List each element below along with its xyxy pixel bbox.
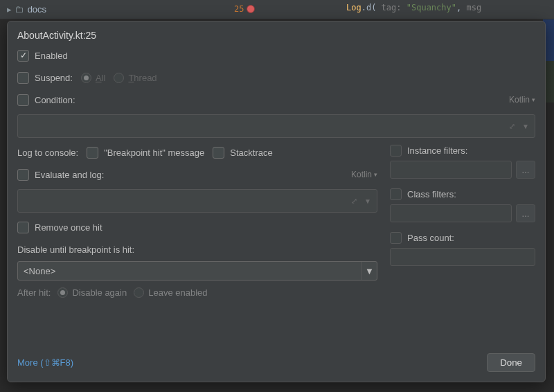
expand-icon[interactable]: ⤢ <box>351 197 357 206</box>
class-filters-checkbox[interactable] <box>390 188 402 200</box>
condition-checkbox[interactable] <box>17 94 29 106</box>
chevron-down-icon: ▼ <box>361 262 377 280</box>
class-filters-label: Class filters: <box>407 189 456 199</box>
breakpoint-icon[interactable] <box>247 5 255 13</box>
pass-count-label: Pass count: <box>407 233 454 243</box>
breakpoint-properties-popup: AboutActivity.kt:25 Enabled Suspend: All… <box>7 21 546 382</box>
folder-icon: ▸ 🗀 <box>7 4 24 15</box>
popup-title: AboutActivity.kt:25 <box>17 30 535 41</box>
folder-label[interactable]: docs <box>28 4 46 15</box>
line-number: 25 <box>234 4 244 14</box>
bphit-message-checkbox[interactable] <box>87 147 98 159</box>
code-line: Log.d( tag: "Squanchy", msg <box>346 3 481 12</box>
instance-filters-label: Instance filters: <box>407 145 467 156</box>
enabled-checkbox[interactable] <box>17 50 29 62</box>
stacktrace-checkbox[interactable] <box>213 147 224 159</box>
leave-enabled-radio[interactable] <box>134 287 144 298</box>
enabled-label: Enabled <box>35 51 68 61</box>
condition-label: Condition: <box>35 95 75 105</box>
pass-count-checkbox[interactable] <box>390 232 402 244</box>
condition-language-selector[interactable]: Kotlin <box>509 95 535 105</box>
editor-gutter: 25 <box>234 0 255 18</box>
evaluate-and-log-checkbox[interactable] <box>17 169 29 181</box>
after-hit-label: After hit: <box>17 287 51 298</box>
disable-until-value: <None> <box>24 266 55 276</box>
class-filters-input[interactable] <box>390 204 512 222</box>
evaluate-language-selector[interactable]: Kotlin <box>351 170 377 179</box>
pass-count-input[interactable] <box>390 248 535 266</box>
instance-filters-input[interactable] <box>390 161 512 179</box>
instance-filters-checkbox[interactable] <box>390 145 402 157</box>
log-to-console-label: Log to console: <box>17 148 78 158</box>
condition-input[interactable]: ⤢ ▼ <box>17 114 535 138</box>
stacktrace-label: Stacktrace <box>230 148 272 158</box>
disable-again-radio[interactable] <box>57 287 68 298</box>
after-hit-group: After hit: Disable again Leave enabled <box>17 287 377 298</box>
suspend-thread-radio[interactable] <box>114 73 124 83</box>
suspend-all-radio[interactable] <box>81 73 91 83</box>
suspend-checkbox[interactable] <box>17 72 29 84</box>
disable-until-label: Disable until breakpoint is hit: <box>17 244 134 255</box>
bphit-message-label: "Breakpoint hit" message <box>104 148 204 158</box>
done-button[interactable]: Done <box>487 353 535 372</box>
disable-until-combobox[interactable]: <None> ▼ <box>17 261 377 280</box>
chevron-down-icon[interactable]: ▼ <box>364 197 371 205</box>
evaluate-input[interactable]: ⤢ ▼ <box>17 189 377 213</box>
remove-once-hit-checkbox[interactable] <box>17 222 29 233</box>
evaluate-and-log-label: Evaluate and log: <box>35 170 104 180</box>
suspend-label: Suspend: <box>35 73 73 83</box>
chevron-down-icon[interactable]: ▼ <box>522 123 529 130</box>
expand-icon[interactable]: ⤢ <box>509 122 515 131</box>
class-filters-browse-button[interactable]: ... <box>516 204 535 222</box>
instance-filters-browse-button[interactable]: ... <box>516 161 535 179</box>
remove-once-hit-label: Remove once hit <box>35 222 102 233</box>
more-link[interactable]: More (⇧⌘F8) <box>17 357 73 368</box>
